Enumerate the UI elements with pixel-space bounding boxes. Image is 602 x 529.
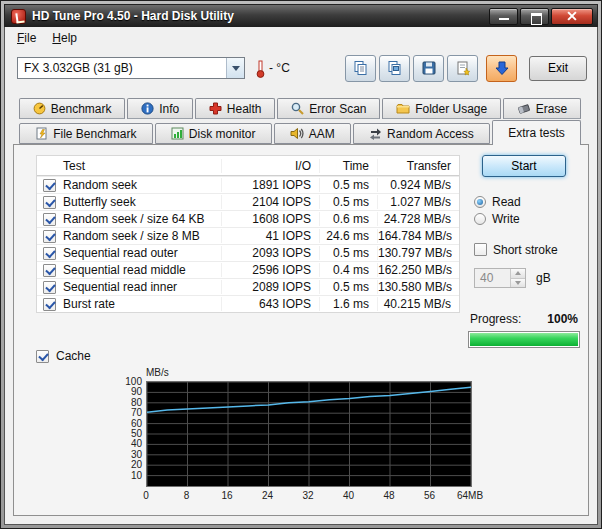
tab-erase[interactable]: Erase bbox=[503, 98, 581, 119]
table-row: Random seek / size 64 KB 1608 IOPS 0.6 m… bbox=[37, 210, 459, 227]
column-header-test: Test bbox=[37, 159, 221, 173]
io-value: 2093 IOPS bbox=[221, 246, 319, 260]
chart-y-axis-label: MB/s bbox=[146, 367, 169, 378]
test-name: Butterfly seek bbox=[63, 195, 136, 209]
row-checkbox[interactable] bbox=[43, 230, 56, 243]
menu-file[interactable]: File bbox=[9, 29, 44, 47]
x-tick-label: 48 bbox=[383, 490, 394, 501]
window-title: HD Tune Pro 4.50 - Hard Disk Utility bbox=[32, 9, 487, 23]
x-tick-label: 16 bbox=[221, 490, 232, 501]
transfer-value: 130.580 MB/s bbox=[377, 280, 460, 294]
copy-image-button[interactable] bbox=[379, 55, 410, 82]
start-button[interactable]: Start bbox=[482, 155, 566, 177]
test-controls-panel: Start Read Write Short stroke bbox=[468, 155, 580, 348]
read-radio-label: Read bbox=[492, 195, 521, 209]
y-tick-label: 90 bbox=[114, 386, 142, 397]
short-stroke-checkbox-row[interactable]: Short stroke bbox=[468, 241, 580, 258]
short-stroke-checkbox[interactable] bbox=[474, 243, 487, 256]
test-name: Sequential read middle bbox=[63, 263, 186, 277]
tab-random-access[interactable]: Random Access bbox=[353, 123, 490, 144]
cache-checkbox[interactable] bbox=[36, 350, 49, 363]
test-name: Burst rate bbox=[63, 297, 115, 311]
tab-control: Benchmark Info Health bbox=[13, 98, 589, 144]
time-value: 0.5 ms bbox=[319, 246, 377, 260]
tab-row-1: Benchmark Info Health bbox=[13, 98, 589, 119]
transfer-value: 0.924 MB/s bbox=[377, 178, 459, 192]
minimize-button[interactable] bbox=[489, 8, 518, 25]
tab-label: Erase bbox=[536, 102, 567, 116]
tab-file-benchmark[interactable]: File Benchmark bbox=[19, 123, 153, 144]
tab-aam[interactable]: AAM bbox=[274, 123, 351, 144]
menu-help[interactable]: Help bbox=[44, 29, 85, 47]
exit-button[interactable]: Exit bbox=[529, 56, 587, 81]
row-checkbox[interactable] bbox=[43, 179, 56, 192]
y-tick-label: 30 bbox=[114, 449, 142, 460]
x-tick-label: 56 bbox=[424, 490, 435, 501]
row-checkbox[interactable] bbox=[43, 247, 56, 260]
disk-monitor-icon bbox=[171, 127, 184, 140]
tab-info[interactable]: Info bbox=[127, 98, 193, 119]
thermometer-icon bbox=[255, 59, 266, 78]
write-radio[interactable]: Write bbox=[474, 210, 580, 227]
tab-health[interactable]: Health bbox=[195, 98, 275, 119]
results-table: Test I/O Time Transfer Random seek 1891 … bbox=[36, 155, 460, 313]
drive-select-value: FX 3.032GB (31 gB) bbox=[18, 61, 226, 75]
time-value: 0.4 ms bbox=[319, 263, 377, 277]
transfer-value: 40.215 MB/s bbox=[377, 297, 459, 311]
app-window: HD Tune Pro 4.50 - Hard Disk Utility Fil… bbox=[0, 0, 602, 529]
test-name: Sequential read inner bbox=[63, 280, 177, 294]
size-input[interactable]: 40 bbox=[474, 268, 526, 288]
save-image-icon bbox=[421, 60, 437, 76]
io-value: 1891 IOPS bbox=[221, 178, 319, 192]
test-name: Sequential read outer bbox=[63, 246, 178, 260]
copy-text-button[interactable] bbox=[345, 55, 376, 82]
io-value: 2596 IOPS bbox=[221, 263, 319, 277]
save-image-button[interactable] bbox=[413, 55, 444, 82]
row-checkbox[interactable] bbox=[43, 264, 56, 277]
y-tick-label: 80 bbox=[114, 397, 142, 408]
tab-error-scan[interactable]: Error Scan bbox=[277, 98, 380, 119]
tab-label: Folder Usage bbox=[415, 102, 487, 116]
download-button[interactable] bbox=[486, 55, 517, 82]
download-arrow-icon bbox=[494, 60, 510, 76]
cache-checkbox-row[interactable]: Cache bbox=[36, 349, 91, 363]
random-access-icon bbox=[369, 127, 382, 140]
chevron-down-icon[interactable] bbox=[226, 58, 244, 78]
y-tick-label: 10 bbox=[114, 470, 142, 481]
size-value: 40 bbox=[475, 269, 510, 287]
test-name: Random seek / size 8 MB bbox=[63, 229, 200, 243]
write-radio-button[interactable] bbox=[474, 213, 486, 225]
extra-tests-panel: Test I/O Time Transfer Random seek 1891 … bbox=[13, 144, 589, 516]
spin-up-button[interactable] bbox=[511, 269, 525, 278]
drive-select-combobox[interactable]: FX 3.032GB (31 gB) bbox=[17, 57, 245, 79]
spin-down-button[interactable] bbox=[511, 278, 525, 288]
app-icon[interactable] bbox=[11, 9, 26, 24]
tab-folder-usage[interactable]: Folder Usage bbox=[382, 98, 501, 119]
time-value: 1.6 ms bbox=[319, 297, 377, 311]
tab-benchmark[interactable]: Benchmark bbox=[19, 98, 125, 119]
transfer-value: 130.797 MB/s bbox=[377, 246, 460, 260]
transfer-value: 162.250 MB/s bbox=[377, 263, 460, 277]
tab-extra-tests[interactable]: Extra tests bbox=[492, 120, 581, 145]
read-radio[interactable]: Read bbox=[474, 193, 580, 210]
save-report-button[interactable] bbox=[447, 55, 478, 82]
row-checkbox[interactable] bbox=[43, 298, 56, 311]
copy-text-icon bbox=[353, 60, 369, 76]
copy-image-icon bbox=[387, 60, 403, 76]
time-value: 0.5 ms bbox=[319, 280, 377, 294]
row-checkbox[interactable] bbox=[43, 281, 56, 294]
maximize-button[interactable] bbox=[520, 8, 549, 25]
save-report-icon bbox=[455, 60, 471, 76]
time-value: 0.5 ms bbox=[319, 195, 377, 209]
y-tick-label: 20 bbox=[114, 459, 142, 470]
row-checkbox[interactable] bbox=[43, 213, 56, 226]
tab-label: Error Scan bbox=[309, 102, 366, 116]
tab-disk-monitor[interactable]: Disk monitor bbox=[155, 123, 272, 144]
title-bar[interactable]: HD Tune Pro 4.50 - Hard Disk Utility bbox=[4, 4, 598, 27]
size-unit-label: gB bbox=[536, 271, 551, 285]
file-benchmark-icon bbox=[35, 127, 48, 140]
close-button[interactable] bbox=[551, 8, 593, 25]
read-radio-button[interactable] bbox=[474, 196, 486, 208]
row-checkbox[interactable] bbox=[43, 196, 56, 209]
short-stroke-size-row: 40 gB bbox=[468, 268, 580, 288]
